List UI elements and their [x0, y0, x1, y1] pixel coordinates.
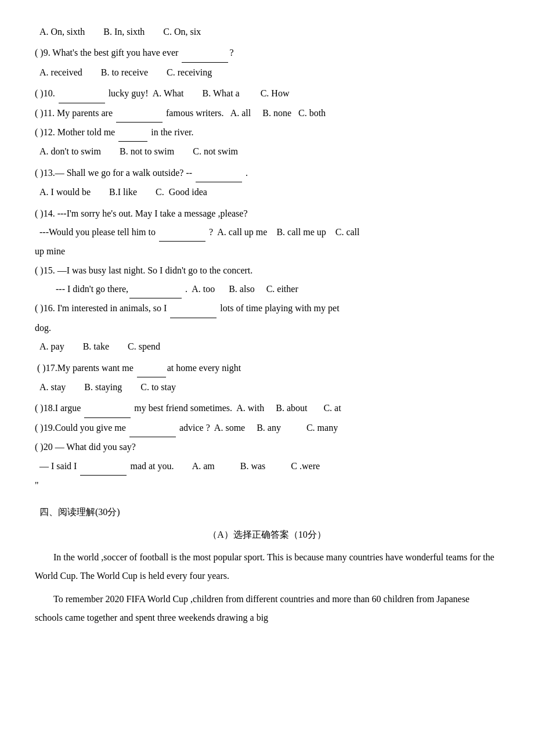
q14-cont2: up mine: [35, 243, 499, 260]
option-c: C. On, six: [163, 23, 201, 41]
q15-blank: [129, 280, 182, 298]
option-a: A. I would be: [39, 183, 91, 201]
section4a-subtitle-text: （A）选择正确答案（10分）: [208, 530, 326, 539]
q16: ( )16. I'm interested in animals, so I l…: [35, 300, 499, 318]
q14-cont-text: ---Would you please tell him to ? A. cal…: [35, 224, 360, 242]
q10: ( )10. lucky guy! A. What B. What a C. H…: [35, 85, 499, 103]
q15: ( )15. —I was busy last night. So I didn…: [35, 262, 499, 279]
option-a: A. pay: [39, 338, 64, 355]
q20-text: ( )20 — What did you say?: [35, 438, 136, 456]
option-a: A. received: [39, 64, 82, 81]
q15-text: ( )15. —I was busy last night. So I didn…: [35, 262, 252, 279]
q14: ( )14. ---I'm sorry he's out. May I take…: [35, 205, 499, 222]
q12-text: ( )12. Mother told me in the river.: [35, 124, 194, 142]
section4a-subtitle: （A）选择正确答案（10分）: [35, 526, 499, 543]
q20: ( )20 — What did you say?: [35, 438, 499, 456]
q10-blank: [59, 85, 105, 103]
option-c: C. receiving: [167, 64, 212, 81]
option-b: B. In, sixth: [103, 23, 145, 41]
section4-title-text: 四、阅读理解(30分): [35, 507, 120, 517]
q12-options: A. don't to swim B. not to swim C. not s…: [35, 143, 499, 160]
q16-dog: dog.: [35, 319, 499, 337]
option-b: B.I like: [109, 183, 137, 201]
q16-options: A. pay B. take C. spend: [35, 338, 499, 355]
q16-dog-text: dog.: [35, 319, 51, 337]
q13-blank: [196, 164, 242, 182]
q11: ( )11. My parents are famous writers. A.…: [35, 105, 499, 123]
option-a: A. On, sixth: [39, 23, 85, 41]
q9: ( )9. What's the best gift you have ever…: [35, 44, 499, 62]
option-b: B. not to swim: [120, 143, 174, 160]
page-content: A. On, sixth B. In, sixth C. On, six ( )…: [35, 23, 499, 627]
q19: ( )19.Could you give me advice ? A. some…: [35, 419, 499, 437]
q9-blank: [182, 44, 228, 62]
q13-text: ( )13.— Shall we go for a walk outside? …: [35, 164, 248, 182]
q10-text: ( )10. lucky guy! A. What B. What a C. H…: [35, 85, 289, 103]
option-c: C. not swim: [193, 143, 238, 160]
option-a: A. don't to swim: [39, 143, 101, 160]
para2: To remember 2020 FIFA World Cup ,childre…: [35, 590, 499, 627]
q15-cont: --- I didn't go there, . A. too B. also …: [35, 280, 499, 298]
q18: ( )18.I argue my best friend sometimes. …: [35, 399, 499, 417]
para2-text: To remember 2020 FIFA World Cup ,childre…: [35, 594, 470, 622]
option-b: B. take: [83, 338, 109, 355]
q20-quote: ": [35, 477, 499, 494]
option-c: C. Good idea: [156, 183, 207, 201]
q9-text: ( )9. What's the best gift you have ever…: [35, 44, 234, 62]
para1-text: In the world ,soccer of football is the …: [35, 552, 495, 581]
q18-text: ( )18.I argue my best friend sometimes. …: [35, 399, 341, 417]
option-c: C. to stay: [140, 379, 176, 396]
option-a: A. stay: [39, 379, 66, 396]
q19-blank: [129, 419, 176, 437]
q12: ( )12. Mother told me in the river.: [35, 124, 499, 142]
q14-text: ( )14. ---I'm sorry he's out. May I take…: [35, 205, 248, 222]
q14-blank: [159, 224, 205, 242]
q14-cont: ---Would you please tell him to ? A. cal…: [35, 224, 499, 242]
q19-text: ( )19.Could you give me advice ? A. some…: [35, 419, 338, 437]
q12-blank: [118, 124, 147, 142]
q17-options: A. stay B. staying C. to stay: [35, 379, 499, 396]
q11-blank: [116, 105, 163, 123]
q16-blank: [170, 300, 217, 318]
q11-text: ( )11. My parents are famous writers. A.…: [35, 105, 326, 123]
q20-cont: — I said I mad at you. A. am B. was C .w…: [35, 458, 499, 476]
q8-options: A. On, sixth B. In, sixth C. On, six: [35, 23, 499, 41]
para1: In the world ,soccer of football is the …: [35, 548, 499, 585]
q17: ( )17.My parents want me at home every n…: [35, 359, 499, 377]
q17-text: ( )17.My parents want me at home every n…: [35, 359, 241, 377]
q18-blank: [84, 399, 131, 417]
section4-title: 四、阅读理解(30分): [35, 503, 499, 521]
q13: ( )13.— Shall we go for a walk outside? …: [35, 164, 499, 182]
q14-cont2-text: up mine: [35, 243, 65, 260]
q13-options: A. I would be B.I like C. Good idea: [35, 183, 499, 201]
option-b: B. to receive: [101, 64, 148, 81]
q9-options: A. received B. to receive C. receiving: [35, 64, 499, 81]
option-c: C. spend: [128, 338, 160, 355]
q20-quote-text: ": [35, 477, 39, 494]
option-b: B. staying: [84, 379, 122, 396]
q17-blank: [137, 359, 166, 377]
q16-text: ( )16. I'm interested in animals, so I l…: [35, 300, 340, 318]
q20-cont-text: — I said I mad at you. A. am B. was C .w…: [35, 458, 320, 476]
q15-cont-text: --- I didn't go there, . A. too B. also …: [35, 280, 298, 298]
q20-blank: [80, 458, 127, 476]
